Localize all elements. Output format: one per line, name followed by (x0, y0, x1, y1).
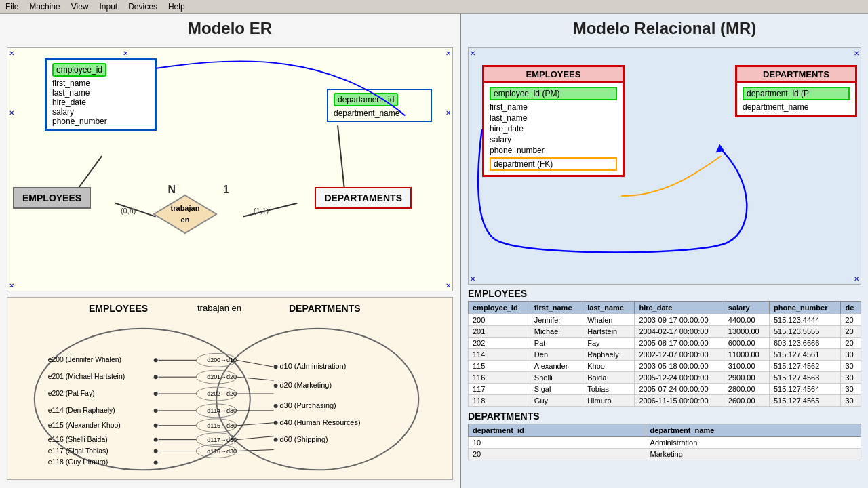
cross-mr[interactable]: ✕ (446, 109, 451, 117)
svg-point-18 (154, 392, 158, 396)
svg-text:d117→d30: d117→d30 (207, 436, 237, 443)
emp-rel-fk: department (FK) (490, 157, 617, 171)
menu-file[interactable]: File (3, 1, 21, 13)
svg-point-26 (154, 449, 158, 453)
col-lastname: last_name (583, 302, 635, 314)
emp-rel-ln: last_name (490, 113, 617, 123)
table-row: 118GuyHimuro2006-11-15 00:00:002600.0051… (469, 395, 861, 407)
employees-rel-header: EMPLOYEES (484, 67, 623, 83)
emp-rel-hd: hire_date (490, 123, 617, 134)
departments-table-title: DEPARTMENTS (468, 411, 861, 422)
svg-point-61 (274, 404, 278, 408)
svg-text:d202→d20: d202→d20 (207, 390, 237, 397)
mr-title: Modelo Relacional (MR) (461, 14, 868, 43)
svg-text:d30 (Purchasing): d30 (Purchasing) (280, 401, 336, 409)
svg-text:e201 (Michael Hartstein): e201 (Michael Hartstein) (48, 373, 125, 380)
departments-rel-header: DEPARTMENTS (737, 67, 855, 83)
departments-rel-box: DEPARTMENTS department_id (P department_… (735, 65, 857, 117)
employees-table: employee_id first_name last_name hire_da… (468, 301, 861, 407)
svg-text:e117 (Sigal Tobias): e117 (Sigal Tobias) (48, 447, 108, 455)
svg-text:1: 1 (223, 184, 229, 195)
svg-point-24 (154, 438, 158, 442)
svg-text:trabajan: trabajan (171, 204, 200, 212)
cross-bl[interactable]: ✕ (9, 282, 14, 289)
table-row: 117SigalTobias2005-07-24 00:00:002800.00… (469, 384, 861, 395)
svg-text:d114→d30: d114→d30 (207, 407, 237, 414)
cross-tr[interactable]: ✕ (446, 49, 451, 57)
venn-svg: e200 (Jennifer Whalen) e201 (Michael Har… (7, 318, 452, 480)
dept-entity-box: departament_id department_name (327, 89, 432, 122)
mr-cross-tl[interactable]: ✕ (470, 49, 475, 57)
emp-rel-phone: phone_number (490, 145, 617, 156)
table-row: 201MichaelHartstein2004-02-17 00:00:0013… (469, 326, 861, 338)
table-row: 202PatFay2005-08-17 00:00:006000.00603.1… (469, 338, 861, 349)
dept-field-name: department_name (334, 108, 425, 118)
field-phone: phone_number (52, 117, 149, 126)
mr-diagram: ✕ ✕ ✕ ✕ EMPLOYEES employee_id (PM) first… (468, 47, 861, 285)
svg-line-54 (237, 423, 274, 426)
cross-tl[interactable]: ✕ (9, 49, 14, 57)
menu-machine[interactable]: Machine (26, 1, 62, 13)
svg-line-3 (243, 203, 298, 217)
col-empid: employee_id (469, 302, 530, 314)
col-salary: salary (724, 302, 769, 314)
col-phone: phone_number (769, 302, 840, 314)
svg-text:e202 (Pat Fay): e202 (Pat Fay) (48, 390, 95, 397)
col-hiredate: hire_date (635, 302, 724, 314)
dept-rel-pk: department_id (P (743, 87, 850, 100)
menu-input[interactable]: Input (97, 1, 121, 13)
emp-rel-pk: employee_id (PM) (490, 87, 617, 100)
cross-br[interactable]: ✕ (446, 282, 451, 289)
svg-text:d40 (Human Resources): d40 (Human Resources) (280, 418, 361, 426)
employee-entity-box: employee_id first_name last_name hire_da… (45, 58, 157, 131)
field-salary: salary (52, 107, 149, 117)
svg-point-22 (154, 424, 158, 428)
svg-point-12 (216, 329, 418, 470)
svg-text:d20 (Marketing): d20 (Marketing) (280, 381, 332, 389)
cross-tm[interactable]: ✕ (123, 49, 128, 57)
dept-pk: departament_id (334, 93, 398, 106)
svg-line-51 (237, 377, 274, 380)
menu-devices[interactable]: Devices (125, 1, 160, 13)
col-firstname: first_name (530, 302, 583, 314)
mr-cross-tr[interactable]: ✕ (854, 49, 859, 57)
col-deptid: department_id (469, 424, 646, 437)
main-container: Modelo ER ✕ ✕ ✕ ✕ ✕ ✕ ✕ employee_id firs… (0, 14, 868, 488)
emp-rel-fn: first_name (490, 102, 617, 113)
col-dept: de (841, 302, 861, 314)
er-title: Modelo ER (0, 14, 460, 43)
svg-line-50 (237, 360, 274, 367)
table-row: 10Administration (469, 437, 861, 449)
svg-text:d201→d20: d201→d20 (207, 373, 237, 380)
svg-line-1 (338, 125, 344, 189)
mr-cross-bl[interactable]: ✕ (470, 275, 475, 283)
mr-cross-br[interactable]: ✕ (854, 275, 859, 283)
svg-text:d60 (Shipping): d60 (Shipping) (280, 435, 328, 443)
menu-help[interactable]: Help (165, 1, 188, 13)
svg-point-14 (154, 358, 158, 362)
employees-table-title: EMPLOYEES (468, 288, 861, 299)
svg-text:d10 (Administration): d10 (Administration) (280, 362, 347, 370)
svg-text:e115 (Alexander Khoo): e115 (Alexander Khoo) (48, 422, 121, 429)
menu-view[interactable]: View (68, 1, 92, 13)
svg-point-20 (154, 409, 158, 413)
col-deptname: department_name (646, 424, 861, 437)
svg-text:e116 (Shelli Baida): e116 (Shelli Baida) (48, 436, 108, 443)
svg-text:e200 (Jennifer Whalen): e200 (Jennifer Whalen) (48, 356, 121, 363)
venn-title-trabajan: trabajan en (197, 303, 241, 313)
employees-rect: EMPLOYEES (13, 187, 91, 209)
field-lastname: last_name (52, 88, 149, 98)
table-row: 115AlexanderKhoo2003-05-18 00:00:003100.… (469, 361, 861, 372)
svg-marker-8 (154, 195, 216, 233)
svg-point-16 (154, 375, 158, 379)
menubar: File Machine View Input Devices Help (0, 0, 868, 14)
diamond-svg: trabajan en (153, 194, 218, 235)
employees-rel-box: EMPLOYEES employee_id (PM) first_name la… (482, 65, 625, 177)
cross-ml[interactable]: ✕ (9, 109, 14, 117)
dept-rel-name: department_name (743, 102, 850, 113)
svg-line-56 (237, 450, 274, 451)
svg-text:e114 (Den Raphaely): e114 (Den Raphaely) (48, 407, 115, 414)
svg-line-2 (115, 203, 156, 217)
svg-point-65 (274, 438, 278, 442)
svg-point-57 (274, 365, 278, 369)
